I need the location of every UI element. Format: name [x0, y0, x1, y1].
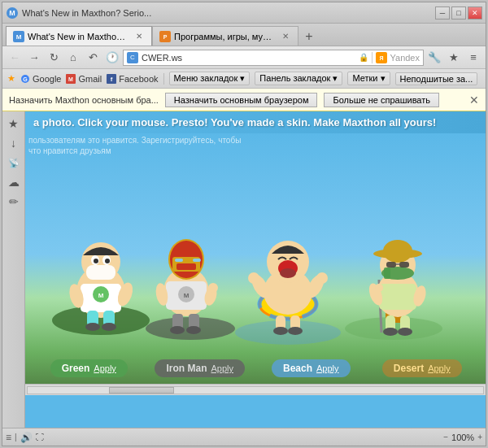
skin-labels-bar: Green Apply Iron Man Apply Beach Apply — [25, 353, 486, 384]
minimize-button[interactable]: ─ — [435, 7, 450, 20]
h-scroll-thumb[interactable] — [109, 387, 174, 394]
bookmarks-menu-label: Меню закладок ▾ — [174, 73, 246, 84]
status-fullscreen-icon[interactable]: ⛶ — [36, 433, 44, 441]
close-button[interactable]: ✕ — [468, 7, 482, 20]
skin-green-apply[interactable]: Apply — [94, 363, 116, 373]
address-divider — [372, 52, 373, 63]
subtext-line1: пользователям это нравится. Зарегистриру… — [28, 135, 241, 146]
svg-rect-41 — [175, 259, 183, 262]
skin-ironman-name: Iron Man — [166, 363, 207, 374]
bookmark-google[interactable]: G Google — [20, 74, 61, 84]
bookmarks-tags-label: Метки ▾ — [352, 73, 385, 84]
h-scroll-track[interactable] — [27, 386, 484, 394]
svg-point-76 — [383, 240, 412, 263]
undo-button[interactable]: ↶ — [84, 49, 102, 67]
sidebar-download-button[interactable]: ↓ — [5, 134, 23, 152]
nav-bar: ← → ↻ ⌂ ↶ 🕐 C CWER.ws 🔒 Я Yandex 🔧 ★ ≡ — [2, 46, 486, 69]
maximize-button[interactable]: □ — [451, 7, 466, 20]
tab-active-label: What's New in Maxthon? Serio... — [28, 32, 129, 41]
svg-text:P: P — [163, 34, 168, 40]
browser-window: M What's New in Maxthon? Serio... ─ □ ✕ … — [2, 2, 486, 446]
set-default-browser-button[interactable]: Назначить основным браузером — [165, 93, 318, 107]
star-button[interactable]: ★ — [445, 49, 463, 67]
bookmarks-separator — [163, 73, 164, 85]
svg-text:f: f — [111, 76, 113, 83]
skin-ironman: Iron Man Apply — [145, 359, 256, 377]
svg-point-60 — [248, 272, 259, 284]
bookmarks-tags-folder[interactable]: Метки ▾ — [347, 72, 390, 85]
tab-close-icon[interactable]: ✕ — [133, 31, 145, 42]
svg-text:G: G — [23, 76, 28, 82]
tab-inactive-label: Программы, игры, музыка, фи... — [174, 32, 275, 41]
back-button[interactable]: ← — [6, 49, 24, 67]
home-button[interactable]: ⌂ — [64, 49, 82, 67]
svg-point-27 — [105, 259, 110, 263]
dont-ask-again-button[interactable]: Больше не спрашивать — [324, 93, 439, 107]
address-bar[interactable]: C CWER.ws 🔒 Я Yandex — [123, 50, 424, 66]
svg-rect-42 — [193, 259, 201, 262]
h-scrollbar[interactable] — [25, 384, 486, 395]
forward-button[interactable]: → — [25, 49, 43, 67]
tab-add-button[interactable]: + — [300, 28, 318, 46]
svg-point-16 — [235, 320, 341, 345]
bookmarks-star-icon: ★ — [7, 73, 15, 84]
bookmarks-menu-folder[interactable]: Меню закладок ▾ — [169, 72, 251, 85]
gmail-label: Gmail — [78, 74, 102, 84]
tab-inactive-close-icon[interactable]: ✕ — [280, 31, 291, 42]
skin-green-name: Green — [62, 363, 90, 374]
status-zoom-plus[interactable]: + — [477, 433, 482, 441]
main-content: ★ ↓ 📡 ☁ ✏ a photo. Click your mouse. Pre… — [2, 111, 486, 428]
refresh-button[interactable]: ↻ — [45, 49, 63, 67]
svg-point-65 — [288, 327, 303, 335]
gmail-icon: M — [66, 74, 76, 84]
facebook-label: Facebook — [119, 74, 158, 84]
sidebar-cloud-button[interactable]: ☁ — [5, 173, 23, 191]
svg-rect-74 — [384, 267, 390, 279]
address-security-icon: 🔒 — [359, 53, 368, 62]
window-controls: ─ □ ✕ — [435, 7, 482, 20]
search-placeholder: Yandex — [390, 53, 420, 63]
google-icon: G — [20, 74, 30, 84]
page-banner: a photo. Click your mouse. Presto! You'v… — [25, 111, 486, 133]
tab-inactive[interactable]: P Программы, игры, музыка, фи... ✕ — [152, 26, 298, 46]
history-button[interactable]: 🕐 — [103, 49, 121, 67]
svg-point-61 — [316, 272, 328, 284]
bookmarks-unsorted-label: Неподшитые за... — [400, 74, 473, 84]
skin-green: Green Apply — [33, 359, 145, 377]
svg-point-64 — [273, 327, 288, 335]
bookmarks-panel-folder[interactable]: Панель закладок ▾ — [255, 72, 342, 85]
svg-point-32 — [85, 323, 100, 331]
status-volume-icon[interactable]: 🔊 — [20, 432, 33, 443]
browser-icon: M — [6, 7, 19, 20]
skin-ironman-apply[interactable]: Apply — [211, 363, 233, 373]
sidebar-favorites-button[interactable]: ★ — [5, 115, 23, 133]
characters-area: пользователям это нравится. Зарегистриру… — [25, 133, 486, 353]
skin-beach-pill: Beach Apply — [272, 359, 351, 377]
sidebar-rss-button[interactable]: 📡 — [5, 154, 23, 172]
notification-text: Назначить Maxthon основным бра... — [9, 95, 159, 105]
sidebar-notes-button[interactable]: ✏ — [5, 193, 23, 211]
skin-desert-apply[interactable]: Apply — [428, 363, 451, 373]
status-menu-icon[interactable]: ≡ — [6, 432, 11, 443]
svg-point-49 — [170, 326, 185, 334]
bookmark-gmail[interactable]: M Gmail — [66, 74, 102, 84]
google-label: Google — [33, 74, 61, 84]
notification-bar: Назначить Maxthon основным бра... Назнач… — [2, 89, 486, 111]
tab-active[interactable]: M What's New in Maxthon? Serio... ✕ — [6, 26, 152, 46]
notification-close-icon[interactable]: ✕ — [469, 94, 479, 107]
banner-text: a photo. Click your mouse. Presto! You'v… — [33, 116, 436, 128]
svg-text:M: M — [69, 76, 74, 82]
address-text: CWER.ws — [142, 53, 355, 63]
bookmarks-bar: ★ G Google M Gmail f Facebook Меню закла… — [2, 69, 486, 89]
status-bar: ≡ | 🔊 ⛶ − 100% + — [2, 428, 486, 446]
skin-beach-apply[interactable]: Apply — [316, 363, 339, 373]
status-zoom-minus[interactable]: − — [443, 433, 448, 441]
bookmarks-panel-label: Панель закладок ▾ — [259, 73, 338, 84]
tools-button[interactable]: 🔧 — [425, 49, 443, 67]
svg-point-46 — [208, 283, 218, 293]
svg-point-26 — [94, 259, 98, 263]
bookmarks-unsorted-folder[interactable]: Неподшитые за... — [395, 72, 478, 85]
bookmark-facebook[interactable]: f Facebook — [107, 74, 158, 84]
window-title: What's New in Maxthon? Serio... — [22, 8, 435, 18]
menu-button[interactable]: ≡ — [464, 49, 482, 67]
